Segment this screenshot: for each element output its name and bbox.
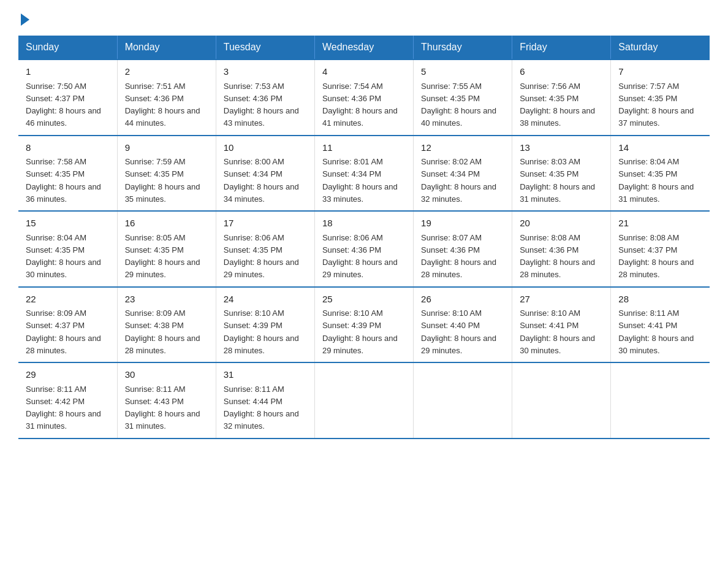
header-wednesday: Wednesday — [314, 36, 413, 59]
calendar-week-row: 22Sunrise: 8:09 AMSunset: 4:37 PMDayligh… — [18, 287, 710, 363]
calendar-week-row: 15Sunrise: 8:04 AMSunset: 4:35 PMDayligh… — [18, 211, 710, 287]
calendar-cell: 11Sunrise: 8:01 AMSunset: 4:34 PMDayligh… — [314, 136, 413, 212]
day-number: 17 — [224, 216, 307, 231]
header-saturday: Saturday — [611, 36, 710, 59]
calendar-cell: 8Sunrise: 7:58 AMSunset: 4:35 PMDaylight… — [18, 136, 117, 212]
logo — [18, 12, 29, 23]
day-info: Sunrise: 8:04 AMSunset: 4:35 PMDaylight:… — [618, 157, 694, 204]
day-number: 9 — [125, 141, 208, 155]
calendar-cell: 22Sunrise: 8:09 AMSunset: 4:37 PMDayligh… — [18, 287, 117, 363]
day-number: 22 — [26, 293, 110, 307]
day-number: 28 — [618, 293, 702, 307]
calendar-cell: 25Sunrise: 8:10 AMSunset: 4:39 PMDayligh… — [314, 287, 413, 363]
calendar-cell: 21Sunrise: 8:08 AMSunset: 4:37 PMDayligh… — [611, 211, 710, 287]
day-info: Sunrise: 8:02 AMSunset: 4:34 PMDaylight:… — [421, 157, 496, 204]
day-number: 10 — [224, 141, 307, 155]
day-info: Sunrise: 8:07 AMSunset: 4:36 PMDaylight:… — [421, 233, 496, 280]
day-info: Sunrise: 8:09 AMSunset: 4:38 PMDaylight:… — [125, 308, 200, 355]
day-number: 27 — [520, 293, 603, 307]
day-info: Sunrise: 7:57 AMSunset: 4:35 PMDaylight:… — [618, 82, 694, 128]
calendar-cell — [611, 362, 710, 439]
day-number: 6 — [520, 65, 603, 79]
day-number: 16 — [125, 216, 208, 231]
day-info: Sunrise: 7:53 AMSunset: 4:36 PMDaylight:… — [224, 82, 299, 128]
day-number: 18 — [322, 216, 406, 231]
day-info: Sunrise: 8:10 AMSunset: 4:39 PMDaylight:… — [224, 308, 299, 355]
calendar-week-row: 1Sunrise: 7:50 AMSunset: 4:37 PMDaylight… — [18, 59, 710, 136]
day-info: Sunrise: 8:09 AMSunset: 4:37 PMDaylight:… — [26, 308, 101, 355]
day-number: 21 — [618, 216, 702, 231]
day-info: Sunrise: 8:00 AMSunset: 4:34 PMDaylight:… — [224, 157, 299, 204]
day-number: 19 — [421, 216, 504, 231]
day-info: Sunrise: 7:51 AMSunset: 4:36 PMDaylight:… — [125, 82, 200, 128]
day-number: 7 — [618, 65, 702, 79]
calendar-cell: 3Sunrise: 7:53 AMSunset: 4:36 PMDaylight… — [216, 59, 314, 136]
calendar-cell: 19Sunrise: 8:07 AMSunset: 4:36 PMDayligh… — [414, 211, 512, 287]
calendar-table: SundayMondayTuesdayWednesdayThursdayFrid… — [18, 36, 710, 439]
day-info: Sunrise: 8:08 AMSunset: 4:36 PMDaylight:… — [520, 233, 595, 280]
calendar-cell: 16Sunrise: 8:05 AMSunset: 4:35 PMDayligh… — [117, 211, 216, 287]
day-info: Sunrise: 8:11 AMSunset: 4:43 PMDaylight:… — [125, 385, 200, 431]
header-sunday: Sunday — [18, 36, 117, 59]
day-number: 2 — [125, 65, 208, 79]
header-tuesday: Tuesday — [216, 36, 314, 59]
calendar-cell: 20Sunrise: 8:08 AMSunset: 4:36 PMDayligh… — [512, 211, 611, 287]
calendar-cell: 31Sunrise: 8:11 AMSunset: 4:44 PMDayligh… — [216, 362, 314, 439]
day-info: Sunrise: 8:06 AMSunset: 4:35 PMDaylight:… — [224, 233, 299, 280]
calendar-cell: 9Sunrise: 7:59 AMSunset: 4:35 PMDaylight… — [117, 136, 216, 212]
calendar-cell: 12Sunrise: 8:02 AMSunset: 4:34 PMDayligh… — [414, 136, 512, 212]
day-info: Sunrise: 7:59 AMSunset: 4:35 PMDaylight:… — [125, 157, 200, 204]
calendar-cell — [414, 362, 512, 439]
calendar-cell: 6Sunrise: 7:56 AMSunset: 4:35 PMDaylight… — [512, 59, 611, 136]
calendar-cell: 27Sunrise: 8:10 AMSunset: 4:41 PMDayligh… — [512, 287, 611, 363]
logo-arrow-icon — [21, 13, 29, 26]
header-thursday: Thursday — [414, 36, 512, 59]
day-number: 26 — [421, 293, 504, 307]
day-info: Sunrise: 7:58 AMSunset: 4:35 PMDaylight:… — [26, 157, 101, 204]
day-number: 25 — [322, 293, 406, 307]
day-number: 15 — [26, 216, 110, 231]
header-monday: Monday — [117, 36, 216, 59]
day-number: 23 — [125, 293, 208, 307]
calendar-cell: 15Sunrise: 8:04 AMSunset: 4:35 PMDayligh… — [18, 211, 117, 287]
day-number: 30 — [125, 368, 208, 382]
calendar-week-row: 8Sunrise: 7:58 AMSunset: 4:35 PMDaylight… — [18, 136, 710, 212]
calendar-cell — [314, 362, 413, 439]
calendar-week-row: 29Sunrise: 8:11 AMSunset: 4:42 PMDayligh… — [18, 362, 710, 439]
calendar-cell: 28Sunrise: 8:11 AMSunset: 4:41 PMDayligh… — [611, 287, 710, 363]
page-header — [18, 12, 710, 23]
day-number: 5 — [421, 65, 504, 79]
calendar-cell: 2Sunrise: 7:51 AMSunset: 4:36 PMDaylight… — [117, 59, 216, 136]
day-number: 3 — [224, 65, 307, 79]
header-friday: Friday — [512, 36, 611, 59]
day-info: Sunrise: 8:03 AMSunset: 4:35 PMDaylight:… — [520, 157, 595, 204]
calendar-cell: 24Sunrise: 8:10 AMSunset: 4:39 PMDayligh… — [216, 287, 314, 363]
day-number: 4 — [322, 65, 406, 79]
day-info: Sunrise: 8:10 AMSunset: 4:41 PMDaylight:… — [520, 308, 595, 355]
day-info: Sunrise: 8:11 AMSunset: 4:44 PMDaylight:… — [224, 385, 299, 431]
calendar-cell: 4Sunrise: 7:54 AMSunset: 4:36 PMDaylight… — [314, 59, 413, 136]
day-info: Sunrise: 8:11 AMSunset: 4:42 PMDaylight:… — [26, 385, 101, 431]
calendar-cell: 13Sunrise: 8:03 AMSunset: 4:35 PMDayligh… — [512, 136, 611, 212]
day-info: Sunrise: 8:05 AMSunset: 4:35 PMDaylight:… — [125, 233, 200, 280]
day-info: Sunrise: 8:10 AMSunset: 4:40 PMDaylight:… — [421, 308, 496, 355]
calendar-cell: 14Sunrise: 8:04 AMSunset: 4:35 PMDayligh… — [611, 136, 710, 212]
calendar-cell: 10Sunrise: 8:00 AMSunset: 4:34 PMDayligh… — [216, 136, 314, 212]
day-info: Sunrise: 7:55 AMSunset: 4:35 PMDaylight:… — [421, 82, 496, 128]
calendar-cell: 30Sunrise: 8:11 AMSunset: 4:43 PMDayligh… — [117, 362, 216, 439]
day-number: 31 — [224, 368, 307, 382]
calendar-cell: 29Sunrise: 8:11 AMSunset: 4:42 PMDayligh… — [18, 362, 117, 439]
day-info: Sunrise: 8:10 AMSunset: 4:39 PMDaylight:… — [322, 308, 398, 355]
day-number: 29 — [26, 368, 110, 382]
day-number: 8 — [26, 141, 110, 155]
calendar-cell: 7Sunrise: 7:57 AMSunset: 4:35 PMDaylight… — [611, 59, 710, 136]
day-info: Sunrise: 8:11 AMSunset: 4:41 PMDaylight:… — [618, 308, 694, 355]
calendar-cell — [512, 362, 611, 439]
day-number: 1 — [26, 65, 110, 79]
calendar-cell: 26Sunrise: 8:10 AMSunset: 4:40 PMDayligh… — [414, 287, 512, 363]
day-info: Sunrise: 8:01 AMSunset: 4:34 PMDaylight:… — [322, 157, 398, 204]
day-info: Sunrise: 8:04 AMSunset: 4:35 PMDaylight:… — [26, 233, 101, 280]
day-info: Sunrise: 8:06 AMSunset: 4:36 PMDaylight:… — [322, 233, 398, 280]
day-number: 24 — [224, 293, 307, 307]
day-info: Sunrise: 7:50 AMSunset: 4:37 PMDaylight:… — [26, 82, 101, 128]
